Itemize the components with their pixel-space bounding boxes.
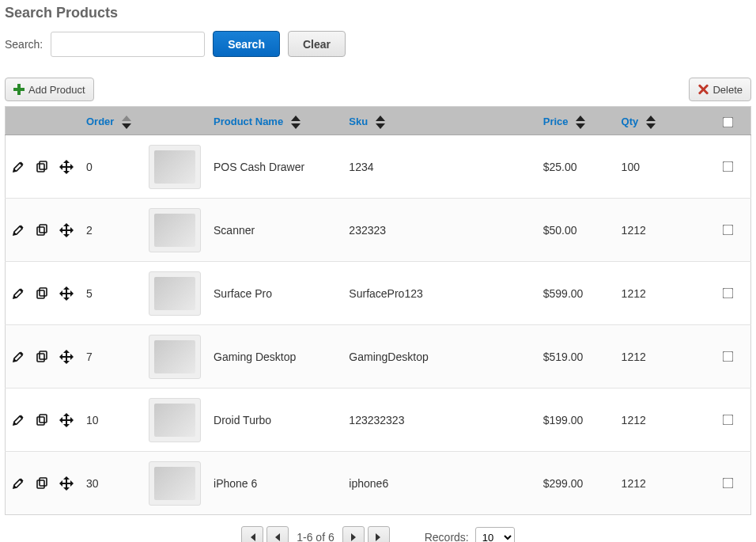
svg-rect-3: [40, 225, 47, 233]
edit-button[interactable]: [12, 287, 25, 300]
header-sku-label: Sku: [349, 116, 368, 127]
edit-button[interactable]: [12, 414, 25, 426]
toolbar: Add Product Delete: [5, 78, 751, 101]
prev-page-button[interactable]: [266, 526, 289, 542]
header-qty[interactable]: Qty: [615, 107, 705, 135]
last-page-button[interactable]: [368, 526, 390, 542]
move-icon[interactable]: [59, 413, 74, 427]
svg-rect-2: [37, 227, 44, 235]
copy-button[interactable]: [36, 351, 48, 363]
search-button[interactable]: Search: [213, 31, 280, 57]
cell-qty: 1212: [615, 199, 705, 262]
copy-icon: [36, 351, 48, 363]
table-row: 2 Scanner 232323 $50.00 1212: [6, 199, 751, 262]
cell-order: 0: [80, 135, 142, 199]
cell-name: iPhone 6: [207, 452, 342, 515]
row-checkbox[interactable]: [722, 225, 733, 236]
move-icon[interactable]: [59, 476, 74, 491]
copy-button[interactable]: [36, 224, 48, 237]
cell-name: Scanner: [207, 199, 342, 262]
table-header-row: Order Product Name Sku Price Qty: [6, 107, 751, 135]
product-thumbnail: [149, 461, 201, 506]
sort-icon: [576, 116, 585, 129]
first-page-button[interactable]: [241, 526, 263, 542]
copy-button[interactable]: [36, 477, 48, 490]
cell-sku: 123232323: [342, 388, 536, 452]
row-checkbox[interactable]: [722, 478, 733, 489]
cell-price: $519.00: [537, 325, 615, 388]
cell-order: 5: [80, 262, 142, 325]
header-image: [142, 107, 207, 135]
move-icon[interactable]: [59, 286, 74, 301]
header-actions: [6, 107, 81, 135]
header-price[interactable]: Price: [537, 107, 615, 135]
copy-button[interactable]: [36, 161, 48, 173]
move-icon[interactable]: [59, 223, 74, 237]
svg-rect-6: [37, 354, 44, 362]
delete-button[interactable]: Delete: [689, 78, 751, 101]
copy-button[interactable]: [36, 414, 48, 426]
edit-button[interactable]: [12, 161, 25, 173]
row-checkbox[interactable]: [722, 351, 733, 362]
copy-icon: [36, 287, 48, 300]
add-product-button[interactable]: Add Product: [5, 78, 94, 101]
cell-price: $25.00: [537, 135, 615, 199]
cell-qty: 1212: [615, 452, 705, 515]
cell-sku: GamingDesktop: [342, 325, 536, 388]
pager-status: 1-6 of 6: [297, 531, 334, 542]
product-thumbnail: [149, 335, 201, 379]
edit-button[interactable]: [12, 351, 25, 363]
cell-qty: 1212: [615, 262, 705, 325]
cell-name: Droid Turbo: [207, 388, 342, 452]
pager: 1-6 of 6 Records: 10: [5, 526, 751, 542]
header-name[interactable]: Product Name: [207, 107, 342, 135]
header-select-all: [704, 107, 750, 135]
edit-button[interactable]: [12, 477, 25, 490]
sort-icon: [376, 116, 385, 129]
select-all-checkbox[interactable]: [722, 117, 733, 128]
sort-icon: [122, 116, 131, 129]
row-checkbox[interactable]: [722, 288, 733, 299]
records-label: Records:: [425, 531, 469, 542]
header-order[interactable]: Order: [80, 107, 142, 135]
cell-name: Gaming Desktop: [207, 325, 342, 388]
row-actions: [12, 476, 74, 491]
next-page-button[interactable]: [342, 526, 365, 542]
product-thumbnail: [149, 145, 201, 189]
cell-price: $50.00: [537, 199, 615, 262]
header-sku[interactable]: Sku: [342, 107, 536, 135]
sort-icon: [291, 116, 301, 129]
row-actions: [12, 413, 74, 427]
cell-price: $299.00: [537, 452, 615, 515]
move-icon[interactable]: [59, 350, 74, 364]
page-title: Search Products: [5, 5, 751, 21]
table-row: 5 Surface Pro SurfacePro123 $599.00 1212: [6, 262, 751, 325]
svg-rect-9: [40, 415, 47, 423]
records-select[interactable]: 10: [475, 527, 515, 542]
x-icon: [697, 84, 709, 95]
search-bar: Search: Search Clear: [5, 31, 751, 57]
pencil-icon: [12, 287, 25, 300]
cell-qty: 1212: [615, 325, 705, 388]
table-row: 10 Droid Turbo 123232323 $199.00 1212: [6, 388, 751, 452]
edit-button[interactable]: [12, 224, 25, 237]
chevron-left-icon: [274, 533, 282, 542]
row-checkbox[interactable]: [722, 161, 733, 172]
svg-rect-10: [37, 480, 44, 488]
table-row: 7 Gaming Desktop GamingDesktop $519.00 1…: [6, 325, 751, 388]
clear-button[interactable]: Clear: [288, 31, 346, 57]
row-actions: [12, 160, 74, 174]
pencil-icon: [12, 351, 25, 363]
cell-price: $199.00: [537, 388, 615, 452]
delete-label: Delete: [713, 84, 743, 96]
copy-button[interactable]: [36, 287, 48, 300]
cell-sku: 1234: [342, 135, 536, 199]
products-table: Order Product Name Sku Price Qty: [5, 106, 751, 515]
cell-name: Surface Pro: [207, 262, 342, 325]
cell-order: 7: [80, 325, 142, 388]
copy-icon: [36, 477, 48, 490]
move-icon[interactable]: [59, 160, 74, 174]
search-input[interactable]: [51, 32, 205, 57]
row-checkbox[interactable]: [722, 415, 733, 426]
cell-price: $599.00: [537, 262, 615, 325]
